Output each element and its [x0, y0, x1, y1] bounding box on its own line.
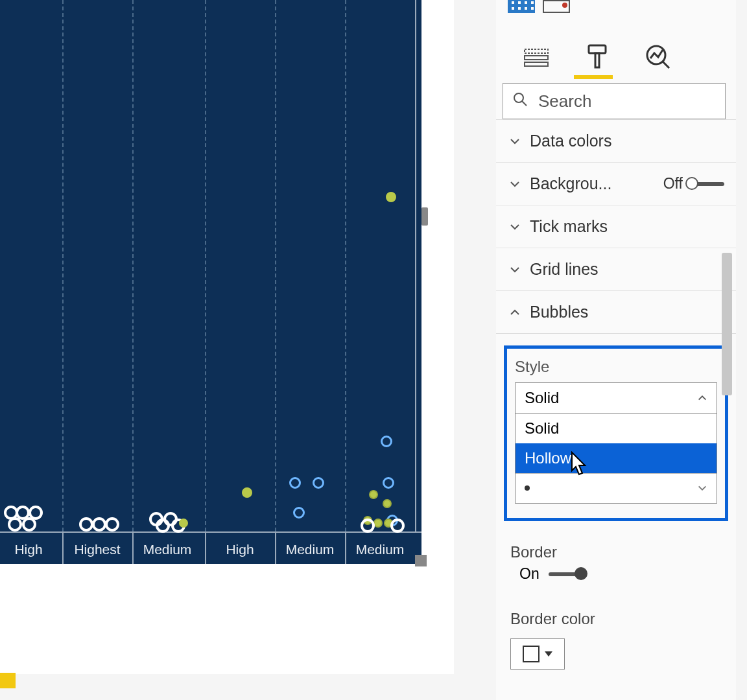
active-tab-indicator [574, 75, 613, 79]
svg-line-6 [663, 62, 669, 68]
chart-scrollbar[interactable] [421, 207, 428, 226]
viz-type-thumbnail[interactable] [543, 0, 570, 13]
data-point[interactable] [390, 519, 405, 533]
data-point[interactable] [179, 519, 188, 528]
page-tab-indicator[interactable] [0, 673, 16, 688]
chevron-down-icon [508, 220, 522, 234]
visualizations-format-pane: Search Data colors Backgrou... Off Tick … [496, 0, 736, 700]
data-point[interactable] [92, 517, 106, 531]
chevron-down-icon [508, 262, 522, 277]
bubbles-style-group: Style Solid Solid Hollow [504, 345, 728, 521]
scatter-chart-visual[interactable]: High Highest Medium High Medium Medium [0, 0, 421, 564]
section-data-colors[interactable]: Data colors [496, 120, 736, 163]
data-point[interactable] [242, 487, 252, 498]
section-label: Grid lines [530, 260, 599, 279]
gridline [62, 0, 64, 531]
border-label: Border [496, 537, 736, 565]
svg-rect-3 [589, 45, 606, 53]
dropdown-option-hollow[interactable]: Hollow [516, 443, 717, 473]
category-label: High [0, 542, 64, 557]
data-point[interactable] [8, 517, 22, 531]
analytics-tab[interactable] [644, 44, 672, 70]
format-tab[interactable] [583, 44, 611, 70]
data-point[interactable] [79, 517, 93, 531]
data-point[interactable] [105, 517, 119, 531]
gridline [275, 0, 276, 531]
fields-tab[interactable] [522, 44, 551, 70]
caret-down-icon [545, 651, 552, 657]
toggle-state-label: Off [663, 175, 683, 192]
category-label: Medium [275, 542, 345, 557]
data-point[interactable] [156, 519, 170, 533]
style-dropdown[interactable]: Solid Solid Hollow [515, 382, 717, 504]
chevron-down-icon [508, 134, 522, 148]
svg-rect-2 [525, 62, 548, 66]
category-label: Highest [62, 542, 132, 557]
report-canvas: High Highest Medium High Medium Medium [0, 0, 454, 674]
data-point[interactable] [22, 517, 36, 531]
bullet-icon [525, 485, 530, 491]
section-bubbles[interactable]: Bubbles [496, 291, 736, 333]
section-tick-marks[interactable]: Tick marks [496, 205, 736, 248]
svg-rect-0 [525, 49, 548, 53]
section-label: Data colors [530, 132, 611, 150]
section-label: Backgrou... [530, 174, 611, 193]
dropdown-selected[interactable]: Solid [516, 383, 717, 413]
data-point[interactable] [289, 477, 301, 489]
pane-scrollbar[interactable] [722, 253, 732, 395]
style-label: Style [515, 358, 717, 376]
scroll-corner[interactable] [415, 555, 427, 566]
data-point[interactable] [369, 490, 378, 499]
dropdown-option-solid[interactable]: Solid [516, 414, 717, 443]
dropdown-selected-value: Solid [525, 389, 559, 407]
border-toggle[interactable]: On [496, 565, 736, 592]
axis-right [415, 0, 416, 531]
data-point[interactable] [374, 519, 383, 528]
toggle-state-label: On [519, 565, 540, 583]
dropdown-more[interactable] [516, 473, 717, 503]
data-point[interactable] [383, 477, 394, 489]
svg-line-8 [522, 101, 527, 106]
gridline [205, 0, 206, 531]
chevron-down-icon [508, 177, 522, 191]
option-label: Solid [525, 419, 559, 438]
dropdown-list: Solid Hollow [516, 413, 717, 503]
color-swatch-box [523, 646, 540, 662]
svg-rect-4 [595, 53, 599, 67]
section-grid-lines[interactable]: Grid lines [496, 248, 736, 291]
search-icon [512, 91, 528, 111]
viz-type-thumbnail[interactable] [508, 0, 535, 13]
gridline [345, 0, 346, 531]
option-label: Hollow [525, 449, 571, 467]
data-point[interactable] [381, 436, 392, 447]
section-label: Tick marks [530, 217, 608, 236]
data-point[interactable] [386, 192, 396, 202]
data-point[interactable] [313, 477, 324, 489]
category-label: High [205, 542, 275, 557]
data-point[interactable] [293, 507, 305, 519]
data-point[interactable] [383, 499, 392, 508]
chevron-up-icon [508, 305, 522, 320]
svg-rect-1 [525, 56, 548, 60]
background-toggle[interactable]: Off [663, 175, 724, 192]
border-color-picker[interactable] [510, 638, 565, 670]
gridline [132, 0, 134, 531]
search-placeholder: Search [538, 91, 591, 111]
section-label: Bubbles [530, 303, 588, 321]
category-label: Medium [345, 542, 415, 557]
format-search-input[interactable]: Search [503, 83, 726, 119]
svg-point-7 [514, 93, 523, 102]
border-color-label: Border color [496, 592, 736, 632]
section-background[interactable]: Backgrou... Off [496, 163, 736, 205]
chevron-up-icon [697, 389, 707, 407]
category-label: Medium [132, 542, 202, 557]
chevron-down-icon [697, 483, 707, 496]
data-point[interactable] [361, 519, 375, 533]
